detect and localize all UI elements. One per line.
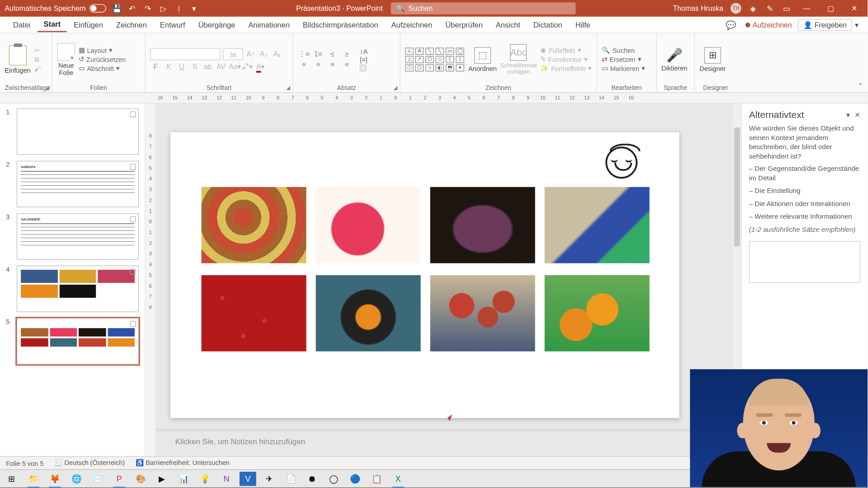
numbering-icon[interactable]: 1≡	[312, 50, 324, 58]
arrange-button[interactable]: ⬚ Anordnen	[468, 47, 497, 71]
slide-image-bloodorange[interactable]	[430, 275, 535, 352]
tab-animationen[interactable]: Animationen	[242, 18, 296, 31]
status-language[interactable]: 🧾 Deutsch (Österreich)	[54, 459, 125, 467]
save-icon[interactable]: 💾	[112, 4, 122, 13]
tab-aufzeichnen[interactable]: Aufzeichnen	[385, 18, 438, 31]
smiley-shape[interactable]	[605, 146, 637, 178]
find-button[interactable]: 🔍 Suchen	[602, 47, 645, 54]
case-button[interactable]: Aa▾	[229, 62, 240, 70]
spacing-button[interactable]: AV	[216, 62, 226, 70]
taskbar-app[interactable]: V	[240, 471, 256, 486]
autosave-toggle[interactable]: Automatisches Speichern	[5, 4, 106, 12]
slide-image-raspberry[interactable]	[316, 187, 421, 263]
alt-text-input[interactable]	[749, 241, 860, 283]
dialog-launcher-icon[interactable]: ◢	[393, 84, 397, 90]
tab-entwurf[interactable]: Entwurf	[154, 18, 191, 31]
dialog-launcher-icon[interactable]: ◢	[45, 84, 49, 90]
search-input[interactable]: 🔍 Suchen	[391, 2, 576, 14]
qat-dropdown-icon[interactable]: ▾	[189, 4, 199, 13]
taskbar-app[interactable]: 📋	[368, 471, 385, 486]
slide-image-blueberries[interactable]	[545, 187, 650, 263]
italic-button[interactable]: K	[163, 62, 174, 70]
align-right-icon[interactable]: ≡	[326, 60, 338, 68]
slide-image-figs[interactable]	[430, 187, 535, 263]
new-slide-button[interactable]: Neue Folie	[57, 42, 75, 76]
status-accessibility[interactable]: ♿ Barrierefreiheit: Untersuchen	[136, 459, 230, 467]
taskbar-powerpoint[interactable]: P	[111, 471, 127, 486]
slide-thumbnail-2[interactable]: AGBRAFA	[17, 161, 139, 207]
taskbar-app[interactable]: 📊	[175, 471, 192, 486]
redo-icon[interactable]: ↷	[143, 4, 152, 13]
slide-image-apples[interactable]	[201, 187, 306, 263]
align-text-button[interactable]: [≡]	[360, 56, 368, 63]
paragraph-buttons[interactable]: ⋮≡1≡≤≥ ≡≡≡≡	[298, 50, 353, 69]
strike-button[interactable]: S	[189, 62, 200, 70]
replace-button[interactable]: ⇄ Ersetzen ▾	[602, 56, 645, 63]
cut-button[interactable]: ✂	[34, 47, 41, 54]
section-button[interactable]: ▭ Abschnitt ▾	[79, 64, 126, 72]
clear-format-button[interactable]: Aᵪ	[272, 50, 283, 58]
text-direction-button[interactable]: ↕A	[360, 47, 368, 55]
taskbar-app[interactable]: 💡	[197, 471, 213, 486]
smartart-button[interactable]: ⿴	[360, 64, 368, 71]
maximize-button[interactable]: ▢	[822, 4, 839, 12]
decrease-font-button[interactable]: A↓	[259, 50, 269, 58]
tab-dictation[interactable]: Dictation	[527, 18, 568, 31]
window-icon[interactable]: ▭	[782, 4, 791, 13]
shapes-gallery[interactable]: ☺A╲╲▭◯ △↗⬡◇{} ⬠⬡☆◐⬒▾	[405, 47, 465, 71]
pane-options-button[interactable]: ▾	[846, 111, 850, 119]
diamond-icon[interactable]: ◈	[748, 4, 758, 13]
tab-einfuegen[interactable]: Einfügen	[68, 18, 109, 31]
slide-image-strawberry[interactable]	[201, 275, 306, 352]
font-size-input[interactable]: 36	[223, 48, 243, 60]
tab-uebergaenge[interactable]: Übergänge	[193, 18, 241, 31]
tab-start[interactable]: Start	[38, 18, 66, 32]
font-color-button[interactable]: A▾	[255, 62, 266, 70]
comments-button[interactable]: 💬	[722, 20, 739, 29]
slide-image-mandarins[interactable]	[316, 275, 421, 352]
slide-thumbnail-3[interactable]: GALERIEBSP.	[17, 213, 139, 260]
slide-thumbnail-4[interactable]	[17, 266, 139, 312]
tab-zeichnen[interactable]: Zeichnen	[110, 18, 153, 31]
layout-button[interactable]: ▦ Layout ▾	[79, 47, 126, 54]
shape-outline-button[interactable]: ✎ Formkontur ▾	[540, 56, 592, 63]
share-button[interactable]: 👤Freigeben	[798, 19, 852, 31]
slide-thumbnail-5[interactable]	[17, 318, 139, 365]
taskbar-onenote[interactable]: N	[218, 471, 235, 486]
indent-inc-icon[interactable]: ≥	[341, 50, 353, 58]
vertical-ruler[interactable]: 87654321012345678	[146, 103, 156, 456]
tab-ansicht[interactable]: Ansicht	[490, 18, 526, 31]
underline-button[interactable]: U	[176, 62, 187, 70]
paste-button[interactable]: Einfügen	[5, 45, 31, 74]
taskbar-vlc[interactable]: ▶	[154, 471, 170, 486]
record-button[interactable]: Aufzeichnen	[741, 19, 797, 30]
font-family-input[interactable]	[150, 48, 221, 60]
notes-input[interactable]: Klicken Sie, um Notizen hinzuzufügen	[170, 435, 727, 450]
share-dropdown[interactable]: ▾	[853, 20, 860, 29]
pencil-icon[interactable]: ✎	[765, 4, 774, 13]
copy-button[interactable]: ⧉	[34, 56, 41, 63]
taskbar-firefox[interactable]: 🦊	[47, 471, 63, 486]
shape-effects-button[interactable]: ✨ Formeffekte ▾	[540, 64, 592, 72]
tab-hilfe[interactable]: Hilfe	[570, 18, 596, 31]
shape-fill-button[interactable]: ◉ Fülleffekt ▾	[540, 47, 592, 54]
shadow-button[interactable]: ab	[203, 62, 213, 70]
taskbar-telegram[interactable]: ✈	[261, 471, 278, 486]
quick-styles-button[interactable]: Abc Schnellformat vorlagen	[500, 44, 537, 75]
taskbar-explorer[interactable]: 📁	[25, 471, 42, 486]
taskbar-chrome[interactable]: 🌐	[68, 471, 85, 486]
designer-button[interactable]: ⊞ Designer	[699, 47, 726, 71]
align-left-icon[interactable]: ≡	[298, 60, 310, 68]
taskbar-app[interactable]: ◯	[326, 471, 342, 486]
justify-icon[interactable]: ≡	[341, 60, 353, 68]
taskbar-obs[interactable]: ⏺	[304, 471, 321, 486]
current-slide[interactable]	[170, 132, 679, 418]
taskbar-excel[interactable]: X	[390, 471, 406, 486]
taskbar-app[interactable]: 🎨	[132, 471, 149, 486]
notes-splitter[interactable]	[156, 429, 741, 431]
bold-button[interactable]: F	[150, 62, 161, 70]
tab-ueberpruefen[interactable]: Überprüfen	[439, 18, 489, 31]
horizontal-ruler[interactable]: 1615141312111098765432101234567891011121…	[0, 93, 868, 104]
tab-bildschirmpraesentation[interactable]: Bildschirmpräsentation	[297, 18, 384, 31]
close-button[interactable]: ✕	[846, 4, 863, 12]
